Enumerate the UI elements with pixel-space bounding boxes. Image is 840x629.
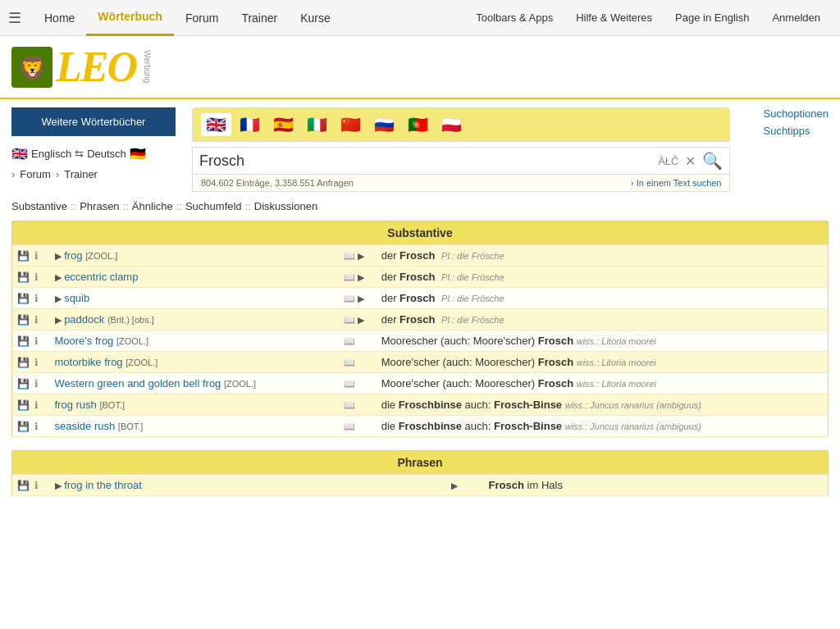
nav-home[interactable]: Home bbox=[33, 0, 86, 36]
save-icon[interactable]: 💾 bbox=[17, 378, 30, 390]
de-article: der bbox=[381, 292, 399, 304]
book-icon[interactable]: 📖 bbox=[344, 251, 355, 261]
save-icon[interactable]: 💾 bbox=[17, 293, 30, 304]
save-icon[interactable]: 💾 bbox=[17, 399, 30, 411]
info-icon[interactable]: ℹ bbox=[34, 480, 39, 491]
flag-fr-button[interactable]: 🇫🇷 bbox=[235, 113, 265, 136]
nav-hilfe[interactable]: Hilfe & Weiteres bbox=[564, 0, 664, 36]
text-search-link[interactable]: › In einem Text suchen bbox=[631, 178, 721, 188]
save-icon[interactable]: 💾 bbox=[17, 357, 30, 368]
suchtipps-link[interactable]: Suchtipps bbox=[763, 125, 829, 137]
book-icon[interactable]: 📖 bbox=[344, 315, 355, 325]
play-icon[interactable]: ▶ bbox=[55, 272, 62, 282]
play-de-icon[interactable]: ▶ bbox=[358, 315, 364, 325]
save-icon[interactable]: 💾 bbox=[17, 250, 30, 262]
nav-kurse[interactable]: Kurse bbox=[289, 0, 342, 36]
info-icon[interactable]: ℹ bbox=[34, 314, 39, 326]
save-icon[interactable]: 💾 bbox=[17, 335, 30, 347]
en-cell: ▶ frog [ZOOL.] bbox=[50, 245, 339, 267]
tab-aehnliche[interactable]: Ähnliche bbox=[132, 200, 173, 212]
book-icon[interactable]: 📖 bbox=[344, 294, 355, 303]
table-row: 💾 ℹ ▶ frog [ZOOL.] 📖 ▶ der Frosch Pl.: d… bbox=[12, 245, 829, 267]
save-icon[interactable]: 💾 bbox=[17, 480, 30, 491]
search-input[interactable] bbox=[199, 153, 651, 170]
atc-button[interactable]: ÄŁČ bbox=[658, 155, 678, 167]
info-icon[interactable]: ℹ bbox=[34, 293, 39, 304]
flag-es-button[interactable]: 🇪🇸 bbox=[268, 113, 299, 136]
play-icon[interactable]: ▶ bbox=[55, 251, 62, 261]
book-icon[interactable]: 📖 bbox=[344, 400, 355, 410]
en-cell: ▶ squib bbox=[50, 288, 339, 309]
de-pre: Moore'scher (auch: Moorescher) bbox=[381, 356, 538, 368]
flag-pl-button[interactable]: 🇵🇱 bbox=[436, 113, 467, 136]
search-submit-button[interactable]: 🔍 bbox=[702, 151, 723, 171]
book-icon[interactable]: 📖 bbox=[344, 272, 355, 282]
chevron-trainer-icon: › bbox=[56, 168, 59, 180]
table-row: 💾 ℹ ▶ squib 📖 ▶ der Frosch Pl.: die Frös… bbox=[12, 288, 829, 309]
book-icon[interactable]: 📖 bbox=[344, 358, 355, 367]
tab-phrasen[interactable]: Phrasen bbox=[80, 200, 119, 212]
play-de-icon[interactable]: ▶ bbox=[451, 481, 458, 490]
en-word: frog rush bbox=[55, 399, 97, 411]
play-de-icon[interactable]: ▶ bbox=[358, 294, 364, 303]
tab-suchumfeld[interactable]: Suchumfeld bbox=[185, 200, 242, 212]
nav-woerterbuch[interactable]: Wörterbuch bbox=[86, 0, 174, 36]
book-icon[interactable]: 📖 bbox=[344, 379, 355, 389]
language-selector: 🇬🇧 Englisch ⇆ Deutsch 🇩🇪 bbox=[11, 146, 176, 162]
de-also: auch: bbox=[465, 420, 494, 432]
book-icon[interactable]: 📖 bbox=[344, 422, 355, 431]
table-row: 💾 ℹ ▶ frog in the throat ▶ Frosch im Hal… bbox=[12, 475, 829, 496]
info-icon[interactable]: ℹ bbox=[34, 335, 39, 347]
hamburger-icon[interactable]: ☰ bbox=[8, 9, 21, 27]
search-stats-bar: 804.602 Einträge, 3.358.551 Anfragen › I… bbox=[192, 175, 730, 192]
sidebar-trainer-link[interactable]: Trainer bbox=[64, 168, 98, 180]
en-cell: Western green and golden bell frog [ZOOL… bbox=[50, 373, 339, 394]
flag-it-button[interactable]: 🇮🇹 bbox=[302, 113, 332, 136]
flag-ru-button[interactable]: 🇷🇺 bbox=[369, 113, 399, 136]
logo: 🦁 LEO bbox=[11, 43, 136, 91]
nav-right: Toolbars & Apps Hilfe & Weiteres Page in… bbox=[464, 0, 832, 36]
play-icon[interactable]: ▶ bbox=[55, 481, 62, 490]
clear-search-button[interactable]: ✕ bbox=[685, 153, 696, 169]
book-icon[interactable]: 📖 bbox=[344, 336, 355, 346]
row-icons: 💾 ℹ bbox=[12, 330, 50, 352]
suchoptionen-link[interactable]: Suchoptionen bbox=[763, 107, 829, 120]
swap-icon[interactable]: ⇆ bbox=[75, 148, 84, 160]
info-icon[interactable]: ℹ bbox=[34, 378, 39, 390]
info-icon[interactable]: ℹ bbox=[34, 399, 39, 411]
info-icon[interactable]: ℹ bbox=[34, 250, 39, 262]
info-icon[interactable]: ℹ bbox=[34, 421, 39, 432]
save-icon[interactable]: 💾 bbox=[17, 271, 30, 283]
play-de-icon[interactable]: ▶ bbox=[358, 272, 364, 282]
sidebar-forum-link[interactable]: Forum bbox=[20, 168, 51, 180]
nav-trainer[interactable]: Trainer bbox=[230, 0, 289, 36]
de-article: der bbox=[381, 249, 399, 262]
play-icon[interactable]: ▶ bbox=[55, 294, 62, 303]
de-wiss: wiss.: Litoria moorei bbox=[577, 336, 656, 346]
nav-anmelden[interactable]: Anmelden bbox=[760, 0, 832, 36]
nav-forum[interactable]: Forum bbox=[174, 0, 230, 36]
nav-english[interactable]: Page in English bbox=[664, 0, 760, 36]
de-cell: der Frosch Pl.: die Frösche bbox=[377, 267, 829, 288]
entries-count: 804.602 Einträge, 3.358.551 Anfragen bbox=[201, 178, 354, 188]
save-icon[interactable]: 💾 bbox=[17, 314, 30, 326]
play-icon[interactable]: ▶ bbox=[55, 315, 62, 325]
flag-en-button[interactable]: 🇬🇧 bbox=[201, 113, 231, 136]
nav-toolbars[interactable]: Toolbars & Apps bbox=[464, 0, 564, 36]
play-de-icon[interactable]: ▶ bbox=[358, 251, 364, 261]
info-icon[interactable]: ℹ bbox=[34, 357, 39, 368]
de-icons: 📖 ▶ bbox=[339, 309, 377, 330]
tab-diskussionen[interactable]: Diskussionen bbox=[254, 200, 317, 212]
info-icon[interactable]: ℹ bbox=[34, 271, 39, 283]
de-cell: Frosch im Hals bbox=[484, 475, 829, 496]
tab-substantive[interactable]: Substantive bbox=[11, 200, 67, 212]
save-icon[interactable]: 💾 bbox=[17, 421, 30, 432]
de-icons: ▶ bbox=[446, 475, 484, 496]
de-cell: Moore'scher (auch: Moorescher) Frosch wi… bbox=[377, 352, 829, 373]
en-word: squib bbox=[64, 292, 89, 304]
de-word: Froschbinse bbox=[399, 399, 462, 411]
further-dicts-button[interactable]: Weitere Wörterbücher bbox=[11, 107, 176, 136]
flag-cn-button[interactable]: 🇨🇳 bbox=[336, 113, 366, 136]
en-cell: Moore's frog [ZOOL.] bbox=[50, 330, 339, 352]
flag-pt-button[interactable]: 🇵🇹 bbox=[403, 113, 433, 136]
